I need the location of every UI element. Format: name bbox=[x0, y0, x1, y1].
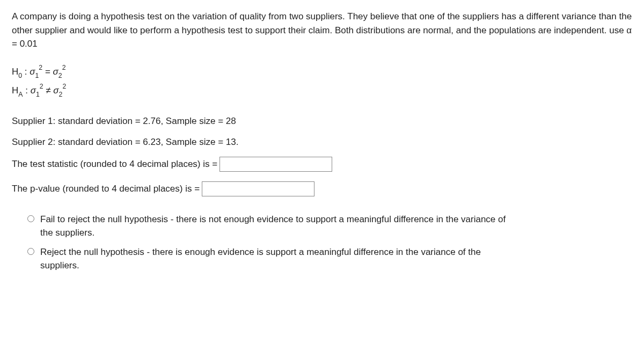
sub-2: 2 bbox=[58, 72, 62, 79]
option-1-label: Fail to reject the null hypothesis - the… bbox=[40, 213, 513, 240]
ha-symbol: H bbox=[12, 85, 18, 95]
h0-subscript: 0 bbox=[18, 72, 22, 79]
h0-symbol: H bbox=[12, 66, 18, 76]
sub-1: 1 bbox=[35, 72, 39, 79]
sup-2-a: 2 bbox=[39, 64, 42, 71]
test-statistic-label: The test statistic (rounded to 4 decimal… bbox=[12, 157, 217, 171]
alt-hypothesis: HA : σ12 ≠ σ22 bbox=[12, 82, 632, 99]
ha-subscript: A bbox=[18, 91, 23, 98]
colon-2: : bbox=[23, 85, 30, 95]
sigma-2: σ bbox=[53, 66, 58, 76]
colon: : bbox=[22, 66, 30, 76]
hypotheses-block: H0 : σ12 = σ22 HA : σ12 ≠ σ22 bbox=[12, 63, 632, 99]
problem-intro: A company is doing a hypothesis test on … bbox=[12, 10, 632, 51]
pvalue-row: The p-value (rounded to 4 decimal places… bbox=[12, 181, 632, 196]
sub-2b: 2 bbox=[59, 91, 63, 98]
sup-2-b: 2 bbox=[62, 64, 66, 71]
null-hypothesis: H0 : σ12 = σ22 bbox=[12, 63, 632, 81]
sup-2-c: 2 bbox=[40, 83, 43, 90]
conclusion-options: Fail to reject the null hypothesis - the… bbox=[12, 213, 632, 273]
radio-fail-to-reject[interactable] bbox=[27, 215, 34, 222]
option-reject[interactable]: Reject the null hypothesis - there is en… bbox=[25, 245, 632, 273]
pvalue-input[interactable] bbox=[202, 181, 314, 196]
test-statistic-input[interactable] bbox=[219, 157, 332, 172]
equals-sign: = bbox=[45, 66, 50, 76]
option-fail-to-reject[interactable]: Fail to reject the null hypothesis - the… bbox=[25, 213, 632, 240]
supplier-2-info: Supplier 2: standard deviation = 6.23, S… bbox=[12, 135, 632, 149]
sigma-1b: σ bbox=[31, 85, 36, 95]
sigma-1: σ bbox=[30, 66, 35, 76]
pvalue-label: The p-value (rounded to 4 decimal places… bbox=[12, 182, 200, 196]
sigma-2b: σ bbox=[53, 85, 58, 95]
supplier-1-info: Supplier 1: standard deviation = 2.76, S… bbox=[12, 114, 632, 128]
option-2-label: Reject the null hypothesis - there is en… bbox=[40, 245, 513, 273]
sup-2-d: 2 bbox=[62, 83, 66, 90]
radio-reject[interactable] bbox=[27, 248, 34, 255]
sub-1b: 1 bbox=[36, 91, 40, 98]
not-equals-sign: ≠ bbox=[46, 85, 50, 95]
test-statistic-row: The test statistic (rounded to 4 decimal… bbox=[12, 157, 632, 172]
